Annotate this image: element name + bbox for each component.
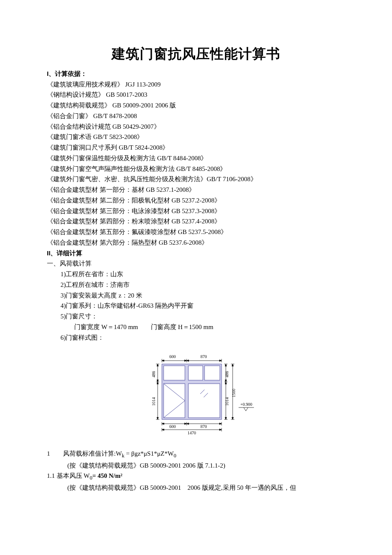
reference-item: 《建筑门窗术语 GB/T 5823-2008》 — [47, 132, 345, 142]
reference-item: 《建筑外门窗空气声隔声性能分级及检测方法 GB/T 8485-2008》 — [47, 164, 345, 174]
subsection-heading: 一、风荷载计算 — [47, 258, 345, 269]
reference-item: 《建筑门窗洞口尺寸系列 GB/T 5824-2008》 — [47, 142, 345, 153]
reference-item: 《建筑外门窗气密、水密、抗风压性能分级及检测方法》GB/T 7106-2008》 — [47, 174, 345, 185]
dim-bottom-left: 600 — [170, 424, 176, 429]
svg-rect-12 — [164, 384, 185, 418]
reference-item: 《铝合金建筑型材 第三部分：电泳涂漆型材 GB 5237.3-2008》 — [47, 206, 345, 217]
reference-item: 《铝合金结构设计规范 GB 50429-2007》 — [47, 121, 345, 132]
dim-right-top: 486 — [225, 371, 229, 378]
param-item: 6)门窗样式图： — [61, 332, 345, 343]
dim-left-bottom: 1014 — [151, 397, 156, 406]
svg-rect-10 — [188, 366, 203, 380]
svg-rect-9 — [164, 366, 185, 380]
svg-rect-13 — [188, 384, 220, 418]
param-item: 2)工程所在城市：济南市 — [61, 280, 345, 290]
level-mark: +0.900 — [240, 402, 252, 407]
dim-top-right: 870 — [201, 354, 207, 359]
reference-item: 《铝合金建筑型材 第五部分：氟碳漆喷涂型材 GB 5237.5-2008》 — [47, 227, 345, 237]
param-detail: 门窗宽度 W＝1470 mm 门窗高度 H＝1500 mm — [74, 322, 345, 332]
dim-right-total: 1500 — [231, 389, 236, 397]
section-2-heading: II、详细计算 — [47, 248, 345, 259]
dim-left-top: 486 — [151, 371, 156, 378]
calc-line-1: 1 风荷载标准值计算:Wk = βgz*μS1*μZ*W0 — [47, 448, 345, 460]
reference-item: 《铝合金建筑型材 第二部分：阳极氧化型材 GB 5237.2-2008》 — [47, 195, 345, 206]
calc-line-1-note: (按《建筑结构荷载规范》GB 50009-2001 2006 版 7.1.1-2… — [67, 460, 345, 471]
svg-rect-11 — [205, 366, 220, 380]
dim-bottom-right: 870 — [201, 424, 207, 429]
dim-right-bottom: 1014 — [225, 397, 229, 406]
reference-item: 《铝合金建筑型材 第四部分：粉末喷涂型材 GB 5237.4-2008》 — [47, 216, 345, 227]
reference-item: 《建筑玻璃应用技术规程》 JGJ 113-2009 — [47, 79, 345, 90]
dim-bottom-total: 1470 — [187, 431, 196, 435]
section-1-heading: I、计算依据： — [47, 69, 345, 79]
reference-item: 《铝合金建筑型材 第六部分：隔热型材 GB 5237.6-2008》 — [47, 237, 345, 248]
param-item: 3)门窗安装最大高度 z：20 米 — [61, 290, 345, 301]
dim-top-left: 600 — [170, 354, 176, 359]
reference-item: 《铝合金建筑型材 第一部分：基材 GB 5237.1-2008》 — [47, 185, 345, 195]
calc-line-2-note: (按《建筑结构荷载规范》GB 50009-2001 2006 版规定,采用 50… — [67, 483, 345, 493]
reference-item: 《建筑外门窗保温性能分级及检测方法 GB/T 8484-2008》 — [47, 153, 345, 164]
param-item: 4)门窗系列：山东华建铝材-GR63 隔热内平开窗 — [61, 301, 345, 311]
param-item: 5)门窗尺寸： — [61, 311, 345, 322]
param-item: 1)工程所在省市：山东 — [61, 269, 345, 280]
document-title: 建筑门窗抗风压性能计算书 — [47, 43, 345, 65]
reference-item: 《铝合金门窗》 GB/T 8478-2008 — [47, 111, 345, 121]
calc-line-2: 1.1 基本风压 W0= 450 N/m² — [47, 471, 345, 483]
reference-item: 《钢结构设计规范》 GB 50017-2003 — [47, 90, 345, 100]
reference-item: 《建筑结构荷载规范》 GB 50009-2001 2006 版 — [47, 100, 345, 111]
window-diagram: 600 870 486 1014 — [47, 351, 345, 440]
